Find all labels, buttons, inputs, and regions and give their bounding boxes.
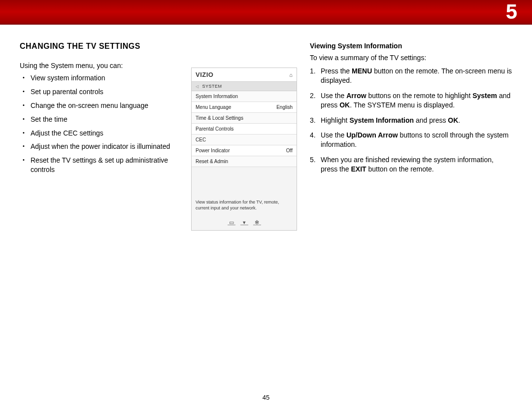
- menu-footer: ▭ ▾ ✻: [192, 216, 297, 230]
- chapter-header: 5: [0, 0, 532, 25]
- menu-row-value: Off: [286, 148, 293, 153]
- sub-heading: Viewing System Information: [310, 42, 512, 50]
- bullet-item: Change the on-screen menu language: [31, 101, 182, 110]
- vizio-logo: VIZIO: [196, 71, 213, 78]
- menu-row: Reset & Admin: [192, 156, 297, 167]
- page-body: CHANGING THE TV SETTINGS Using the Syste…: [0, 25, 532, 231]
- tv-menu-mock: VIZIO ⌂ ◁ SYSTEM System Information Menu…: [191, 68, 297, 231]
- step-item: Use the Up/Down Arrow buttons to scroll …: [321, 131, 512, 149]
- bullet-item: View system information: [31, 73, 182, 83]
- menu-help-text: View status information for the TV, remo…: [192, 197, 297, 216]
- bullet-item: Adjust when the power indicator is illum…: [31, 142, 182, 151]
- menu-row-label: Power Indicator: [196, 148, 230, 153]
- menu-row: CEC: [192, 135, 297, 145]
- step-item: When you are finished reviewing the syst…: [321, 155, 512, 174]
- bullet-list: View system information Set up parental …: [20, 73, 182, 174]
- menu-header: VIZIO ⌂: [192, 68, 297, 82]
- menu-row-label: Parental Controls: [196, 126, 233, 132]
- sub-intro: To view a summary of the TV settings:: [310, 54, 512, 62]
- intro-line: Using the System menu, you can:: [20, 62, 182, 69]
- bullet-item: Set the time: [31, 115, 182, 124]
- bullet-item: Set up parental controls: [31, 87, 182, 97]
- right-column: Viewing System Information To view a sum…: [310, 42, 512, 231]
- bullet-item: Adjust the CEC settings: [31, 129, 182, 138]
- menu-row: Power Indicator Off: [192, 145, 297, 156]
- menu-column: VIZIO ⌂ ◁ SYSTEM System Information Menu…: [191, 42, 301, 231]
- chapter-number: 5: [506, 0, 517, 24]
- menu-row-label: Time & Local Settings: [196, 115, 243, 121]
- steps-list: Press the MENU button on the remote. The…: [310, 67, 512, 174]
- home-icon: ⌂: [289, 72, 293, 78]
- gear-icon: ✻: [253, 220, 261, 225]
- crumb-label: SYSTEM: [202, 84, 222, 89]
- wide-icon: ▭: [228, 220, 235, 225]
- chevron-down-icon: ▾: [240, 220, 248, 225]
- step-item: Use the Arrow buttons on the remote to h…: [321, 91, 512, 110]
- step-item: Highlight System Information and press O…: [321, 116, 512, 125]
- menu-row-value: English: [276, 104, 293, 110]
- menu-row: Menu Language English: [192, 102, 297, 113]
- left-column: CHANGING THE TV SETTINGS Using the Syste…: [20, 42, 182, 231]
- menu-row: System Information: [192, 91, 297, 102]
- section-title: CHANGING THE TV SETTINGS: [20, 42, 182, 51]
- menu-row-label: CEC: [196, 137, 206, 142]
- bullet-item: Reset the TV settings & set up administr…: [31, 156, 182, 174]
- menu-row-label: System Information: [196, 94, 238, 99]
- menu-row: Parental Controls: [192, 124, 297, 135]
- menu-row-label: Reset & Admin: [196, 159, 228, 164]
- menu-spacer: [192, 167, 297, 197]
- page-number: 45: [0, 394, 532, 401]
- step-item: Press the MENU button on the remote. The…: [321, 67, 512, 85]
- menu-row: Time & Local Settings: [192, 113, 297, 124]
- menu-breadcrumb: ◁ SYSTEM: [192, 82, 297, 91]
- menu-row-label: Menu Language: [196, 104, 231, 110]
- back-icon: ◁: [196, 84, 199, 89]
